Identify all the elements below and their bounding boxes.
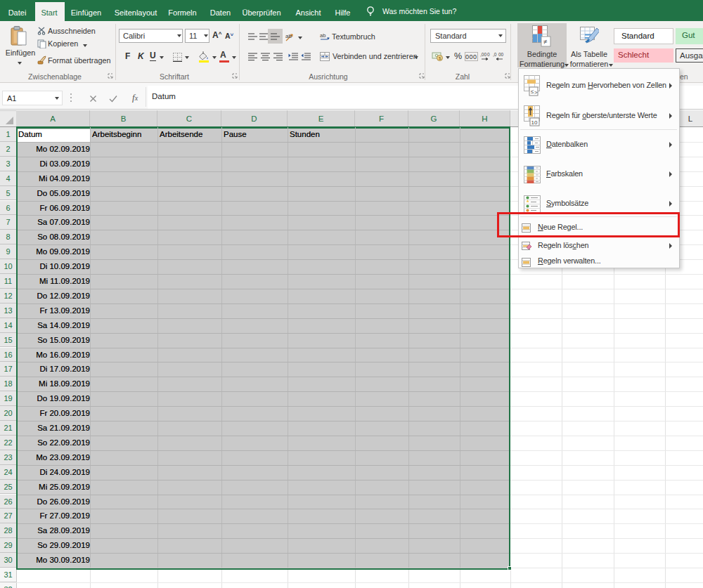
svg-text:,0: ,0 [493,52,497,57]
svg-text:ab: ab [285,33,292,39]
svg-text:≠: ≠ [543,38,548,46]
svg-text:,00: ,00 [480,52,486,57]
svg-text:00: 00 [498,52,504,57]
svg-text:0: 0 [487,52,490,57]
svg-text:ab: ab [320,32,325,39]
svg-text:10: 10 [531,119,538,126]
svg-text:>: > [534,89,538,96]
